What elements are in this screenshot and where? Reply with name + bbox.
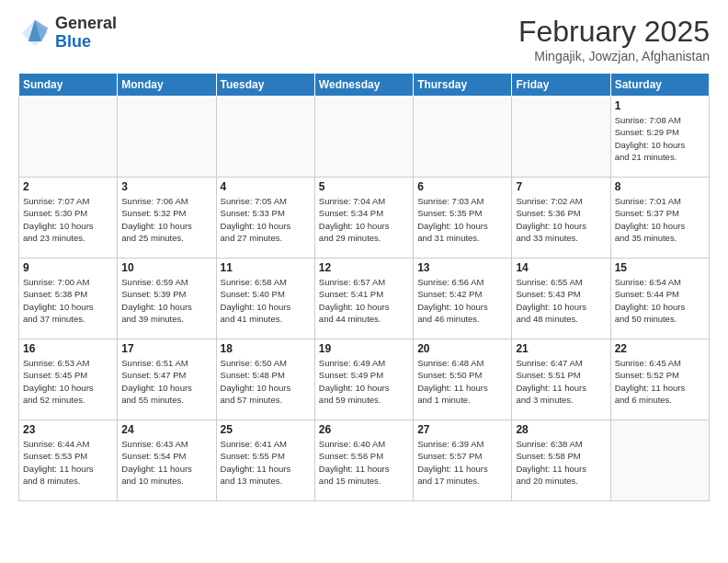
calendar-week-row: 9Sunrise: 7:00 AM Sunset: 5:38 PM Daylig… [19, 259, 710, 339]
day-info: Sunrise: 6:48 AM Sunset: 5:50 PM Dayligh… [417, 357, 507, 406]
day-number: 6 [417, 180, 507, 193]
calendar-day-cell: 13Sunrise: 6:56 AM Sunset: 5:42 PM Dayli… [414, 259, 512, 339]
calendar-day-cell: 7Sunrise: 7:02 AM Sunset: 5:36 PM Daylig… [512, 178, 610, 259]
weekday-header: Monday [118, 74, 216, 97]
day-info: Sunrise: 6:39 AM Sunset: 5:57 PM Dayligh… [417, 438, 507, 487]
calendar-day-cell: 8Sunrise: 7:01 AM Sunset: 5:37 PM Daylig… [610, 178, 709, 259]
day-number: 20 [417, 342, 507, 355]
calendar-day-cell: 27Sunrise: 6:39 AM Sunset: 5:57 PM Dayli… [414, 420, 512, 501]
calendar-day-cell: 16Sunrise: 6:53 AM Sunset: 5:45 PM Dayli… [19, 339, 118, 420]
calendar-day-cell [414, 97, 512, 178]
day-info: Sunrise: 7:04 AM Sunset: 5:34 PM Dayligh… [319, 195, 409, 244]
calendar-day-cell: 2Sunrise: 7:07 AM Sunset: 5:30 PM Daylig… [19, 178, 118, 259]
calendar-day-cell [512, 97, 610, 178]
calendar-day-cell: 3Sunrise: 7:06 AM Sunset: 5:32 PM Daylig… [118, 178, 216, 259]
weekday-header: Tuesday [216, 74, 314, 97]
logo-text: General Blue [55, 15, 117, 52]
day-number: 12 [319, 261, 409, 274]
calendar-header: SundayMondayTuesdayWednesdayThursdayFrid… [19, 74, 710, 97]
day-number: 1 [615, 99, 705, 112]
day-number: 17 [121, 342, 211, 355]
day-info: Sunrise: 7:00 AM Sunset: 5:38 PM Dayligh… [23, 276, 113, 325]
day-number: 8 [615, 180, 705, 193]
day-info: Sunrise: 6:41 AM Sunset: 5:55 PM Dayligh… [221, 438, 311, 487]
day-number: 3 [121, 180, 211, 193]
day-info: Sunrise: 6:56 AM Sunset: 5:42 PM Dayligh… [417, 276, 507, 325]
day-info: Sunrise: 6:57 AM Sunset: 5:41 PM Dayligh… [319, 276, 409, 325]
calendar-table: SundayMondayTuesdayWednesdayThursdayFrid… [18, 73, 710, 501]
day-number: 11 [221, 261, 311, 274]
calendar-day-cell: 20Sunrise: 6:48 AM Sunset: 5:50 PM Dayli… [414, 339, 512, 420]
calendar-day-cell: 9Sunrise: 7:00 AM Sunset: 5:38 PM Daylig… [19, 259, 118, 339]
calendar-day-cell [19, 97, 118, 178]
day-number: 21 [516, 342, 606, 355]
day-info: Sunrise: 6:53 AM Sunset: 5:45 PM Dayligh… [23, 357, 113, 406]
calendar-day-cell: 18Sunrise: 6:50 AM Sunset: 5:48 PM Dayli… [216, 339, 314, 420]
day-number: 19 [319, 342, 409, 355]
calendar-day-cell: 26Sunrise: 6:40 AM Sunset: 5:56 PM Dayli… [314, 420, 413, 501]
weekday-header: Wednesday [314, 74, 413, 97]
weekday-header: Friday [512, 74, 610, 97]
calendar-day-cell [610, 420, 709, 501]
day-info: Sunrise: 7:02 AM Sunset: 5:36 PM Dayligh… [516, 195, 606, 244]
calendar-day-cell: 5Sunrise: 7:04 AM Sunset: 5:34 PM Daylig… [314, 178, 413, 259]
calendar-day-cell: 14Sunrise: 6:55 AM Sunset: 5:43 PM Dayli… [512, 259, 610, 339]
logo-general: General [55, 14, 117, 32]
calendar-week-row: 23Sunrise: 6:44 AM Sunset: 5:53 PM Dayli… [19, 420, 710, 501]
day-info: Sunrise: 6:45 AM Sunset: 5:52 PM Dayligh… [615, 357, 705, 406]
day-info: Sunrise: 6:59 AM Sunset: 5:39 PM Dayligh… [121, 276, 211, 325]
day-number: 28 [516, 423, 606, 436]
month-year: February 2025 [518, 15, 710, 49]
calendar-day-cell: 24Sunrise: 6:43 AM Sunset: 5:54 PM Dayli… [118, 420, 216, 501]
day-info: Sunrise: 7:05 AM Sunset: 5:33 PM Dayligh… [221, 195, 311, 244]
day-number: 15 [615, 261, 705, 274]
calendar-day-cell: 21Sunrise: 6:47 AM Sunset: 5:51 PM Dayli… [512, 339, 610, 420]
weekday-header: Saturday [610, 74, 709, 97]
day-number: 23 [23, 423, 113, 436]
day-info: Sunrise: 7:06 AM Sunset: 5:32 PM Dayligh… [121, 195, 211, 244]
day-number: 9 [23, 261, 113, 274]
page-header: General Blue February 2025 Mingajik, Jow… [18, 15, 710, 63]
calendar-day-cell: 11Sunrise: 6:58 AM Sunset: 5:40 PM Dayli… [216, 259, 314, 339]
day-number: 22 [615, 342, 705, 355]
calendar-day-cell: 28Sunrise: 6:38 AM Sunset: 5:58 PM Dayli… [512, 420, 610, 501]
day-number: 25 [221, 423, 311, 436]
day-info: Sunrise: 6:47 AM Sunset: 5:51 PM Dayligh… [516, 357, 606, 406]
day-info: Sunrise: 7:01 AM Sunset: 5:37 PM Dayligh… [615, 195, 705, 244]
day-info: Sunrise: 6:38 AM Sunset: 5:58 PM Dayligh… [516, 438, 606, 487]
location: Mingajik, Jowzjan, Afghanistan [518, 49, 710, 63]
day-number: 14 [516, 261, 606, 274]
weekday-header: Sunday [19, 74, 118, 97]
calendar-day-cell: 15Sunrise: 6:54 AM Sunset: 5:44 PM Dayli… [610, 259, 709, 339]
logo-blue: Blue [55, 32, 91, 51]
day-info: Sunrise: 7:08 AM Sunset: 5:29 PM Dayligh… [615, 114, 705, 163]
weekday-header: Thursday [414, 74, 512, 97]
calendar-day-cell [314, 97, 413, 178]
calendar-day-cell: 22Sunrise: 6:45 AM Sunset: 5:52 PM Dayli… [610, 339, 709, 420]
day-number: 10 [121, 261, 211, 274]
logo-icon [18, 17, 51, 50]
day-info: Sunrise: 6:43 AM Sunset: 5:54 PM Dayligh… [121, 438, 211, 487]
day-info: Sunrise: 6:40 AM Sunset: 5:56 PM Dayligh… [319, 438, 409, 487]
calendar-day-cell [216, 97, 314, 178]
day-info: Sunrise: 6:51 AM Sunset: 5:47 PM Dayligh… [121, 357, 211, 406]
day-info: Sunrise: 6:54 AM Sunset: 5:44 PM Dayligh… [615, 276, 705, 325]
calendar-day-cell: 10Sunrise: 6:59 AM Sunset: 5:39 PM Dayli… [118, 259, 216, 339]
day-info: Sunrise: 6:50 AM Sunset: 5:48 PM Dayligh… [221, 357, 311, 406]
day-number: 2 [23, 180, 113, 193]
day-info: Sunrise: 6:55 AM Sunset: 5:43 PM Dayligh… [516, 276, 606, 325]
day-info: Sunrise: 6:44 AM Sunset: 5:53 PM Dayligh… [23, 438, 113, 487]
day-number: 26 [319, 423, 409, 436]
day-number: 13 [417, 261, 507, 274]
calendar-day-cell: 4Sunrise: 7:05 AM Sunset: 5:33 PM Daylig… [216, 178, 314, 259]
calendar-week-row: 16Sunrise: 6:53 AM Sunset: 5:45 PM Dayli… [19, 339, 710, 420]
day-info: Sunrise: 7:07 AM Sunset: 5:30 PM Dayligh… [23, 195, 113, 244]
calendar-day-cell: 6Sunrise: 7:03 AM Sunset: 5:35 PM Daylig… [414, 178, 512, 259]
calendar-day-cell: 12Sunrise: 6:57 AM Sunset: 5:41 PM Dayli… [314, 259, 413, 339]
day-number: 5 [319, 180, 409, 193]
calendar-day-cell: 17Sunrise: 6:51 AM Sunset: 5:47 PM Dayli… [118, 339, 216, 420]
calendar-day-cell: 19Sunrise: 6:49 AM Sunset: 5:49 PM Dayli… [314, 339, 413, 420]
calendar-day-cell: 25Sunrise: 6:41 AM Sunset: 5:55 PM Dayli… [216, 420, 314, 501]
day-number: 24 [121, 423, 211, 436]
calendar-week-row: 1Sunrise: 7:08 AM Sunset: 5:29 PM Daylig… [19, 97, 710, 178]
